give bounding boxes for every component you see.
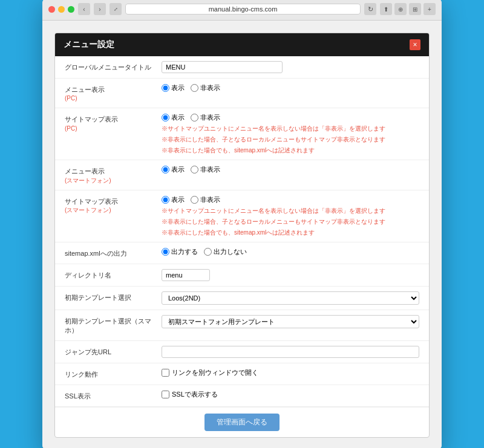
template-sp-label: 初期テンプレート選択（スマホ） bbox=[65, 315, 162, 336]
modal-title: メニュー設定 bbox=[64, 39, 114, 50]
directory-input[interactable] bbox=[162, 269, 210, 281]
menu-display-pc-row: メニュー表示 (PC) 表示 非表示 bbox=[55, 79, 429, 108]
refresh-button[interactable]: ↻ bbox=[364, 3, 376, 15]
global-menu-title-input[interactable] bbox=[162, 61, 283, 73]
ssl-checkbox-label[interactable]: SSLで表示する bbox=[162, 390, 419, 399]
ssl-control: SSLで表示する bbox=[162, 390, 419, 399]
bookmark-icon[interactable]: ⊕ bbox=[394, 3, 407, 15]
modal-footer: 管理画面へ戻る bbox=[55, 407, 429, 437]
directory-label: ディレクトリ名 bbox=[65, 269, 162, 280]
sitemap-display-pc-radio-group: 表示 非表示 bbox=[162, 113, 419, 122]
maximize-button[interactable] bbox=[68, 6, 74, 13]
link-action-label: リンク動作 bbox=[65, 368, 162, 379]
jump-url-control bbox=[162, 346, 419, 358]
menu-display-sp-control: 表示 非表示 bbox=[162, 165, 419, 174]
sitemap-sp-radio-group: 表示 非表示 bbox=[162, 195, 419, 204]
address-bar[interactable]: manual.bingo-cms.com bbox=[125, 4, 361, 15]
back-nav-button[interactable]: ‹ bbox=[78, 3, 90, 15]
modal-header: メニュー設定 × bbox=[55, 33, 429, 56]
template-row: 初期テンプレート選択 Loos(2ND) bbox=[55, 287, 429, 310]
menu-display-pc-hide-label[interactable]: 非表示 bbox=[191, 83, 220, 93]
jump-url-input[interactable] bbox=[162, 346, 419, 358]
jump-url-row: ジャンプ先URL bbox=[55, 341, 429, 363]
tab-icon[interactable]: ⊞ bbox=[409, 3, 421, 15]
menu-sp-show-radio[interactable] bbox=[162, 166, 169, 174]
new-tab-icon[interactable]: + bbox=[424, 3, 436, 15]
ssl-row: SSL表示 SSLで表示する bbox=[55, 385, 429, 407]
link-action-control: リンクを別ウィンドウで開く bbox=[162, 368, 419, 377]
template-label: 初期テンプレート選択 bbox=[65, 291, 162, 302]
refresh-icon: ↻ bbox=[368, 5, 373, 13]
minimize-button[interactable] bbox=[58, 6, 65, 13]
sitemap-sp-hide-radio[interactable] bbox=[191, 196, 198, 204]
forward-nav-button[interactable]: › bbox=[94, 3, 106, 15]
sitemap-xml-output-radio[interactable] bbox=[162, 248, 169, 256]
ssl-label: SSL表示 bbox=[65, 390, 162, 401]
menu-display-pc-label: メニュー表示 (PC) bbox=[65, 83, 162, 103]
sitemap-sp-hide-label[interactable]: 非表示 bbox=[191, 195, 220, 204]
menu-display-pc-hide-radio[interactable] bbox=[191, 84, 198, 92]
close-button[interactable] bbox=[48, 6, 55, 13]
browser-chrome: ‹ › ⤢ manual.bingo-cms.com ↻ ⬆ ⊕ ⊞ + bbox=[42, 0, 442, 21]
menu-display-sp-label: メニュー表示 (スマートフォン) bbox=[65, 165, 162, 184]
menu-sp-hide-radio[interactable] bbox=[191, 166, 198, 174]
sitemap-display-pc-control: 表示 非表示 ※サイトマップユニットにメニュー名を表示しない場合は「非表示」を選… bbox=[162, 113, 419, 155]
sitemap-xml-label: sitemap.xmlへの出力 bbox=[65, 247, 162, 258]
sitemap-xml-nooutput-radio[interactable] bbox=[204, 248, 212, 256]
sitemap-xml-control: 出力する 出力しない bbox=[162, 247, 419, 256]
template-sp-control: 初期スマートフォン用テンプレート bbox=[162, 315, 419, 328]
toolbar-icons: ⬆ ⊕ ⊞ + bbox=[380, 3, 436, 15]
template-sp-select[interactable]: 初期スマートフォン用テンプレート bbox=[162, 315, 419, 328]
sitemap-sp-note2: ※非表示にした場合、子となるローカルメニューもサイトマップ非表示となります bbox=[162, 217, 419, 226]
sitemap-pc-hide-radio[interactable] bbox=[191, 114, 198, 122]
back-button[interactable]: 管理画面へ戻る bbox=[204, 414, 280, 431]
link-action-row: リンク動作 リンクを別ウィンドウで開く bbox=[55, 363, 429, 385]
template-control: Loos(2ND) bbox=[162, 291, 419, 305]
jump-url-label: ジャンプ先URL bbox=[65, 346, 162, 357]
sitemap-sp-note3: ※非表示にした場合でも、sitemap.xmlへは記述されます bbox=[162, 228, 419, 237]
traffic-lights bbox=[48, 6, 74, 13]
sitemap-xml-output-label[interactable]: 出力する bbox=[162, 247, 198, 256]
sitemap-sp-show-label[interactable]: 表示 bbox=[162, 195, 185, 204]
sitemap-xml-row: sitemap.xmlへの出力 出力する 出力しない bbox=[55, 242, 429, 264]
link-action-checkbox[interactable] bbox=[162, 369, 169, 377]
menu-display-pc-show-radio[interactable] bbox=[162, 84, 169, 92]
menu-display-pc-show-label[interactable]: 表示 bbox=[162, 83, 185, 93]
sitemap-pc-note2: ※非表示にした場合、子となるローカルメニューもサイトマップ非表示となります bbox=[162, 135, 419, 144]
form-section: グローバルメニュータイトル メニュー表示 (PC) bbox=[55, 56, 429, 407]
menu-display-pc-control: 表示 非表示 bbox=[162, 83, 419, 93]
directory-control bbox=[162, 269, 419, 281]
sitemap-pc-show-radio[interactable] bbox=[162, 114, 169, 122]
fullscreen-button[interactable]: ⤢ bbox=[110, 3, 122, 15]
menu-sp-show-label[interactable]: 表示 bbox=[162, 165, 185, 174]
global-menu-title-control bbox=[162, 61, 419, 73]
sitemap-display-pc-label: サイトマップ表示 (PC) bbox=[65, 113, 162, 132]
menu-sp-hide-label[interactable]: 非表示 bbox=[191, 165, 220, 174]
link-action-checkbox-label[interactable]: リンクを別ウィンドウで開く bbox=[162, 368, 419, 377]
sitemap-pc-note1: ※サイトマップユニットにメニュー名を表示しない場合は「非表示」を選択します bbox=[162, 124, 419, 133]
modal-body: グローバルメニュータイトル メニュー表示 (PC) bbox=[55, 56, 429, 407]
browser-window: ‹ › ⤢ manual.bingo-cms.com ↻ ⬆ ⊕ ⊞ + メニュ… bbox=[42, 0, 442, 448]
global-menu-title-label: グローバルメニュータイトル bbox=[65, 61, 162, 72]
template-sp-row: 初期テンプレート選択（スマホ） 初期スマートフォン用テンプレート bbox=[55, 310, 429, 341]
sitemap-display-pc-row: サイトマップ表示 (PC) 表示 非表示 bbox=[55, 108, 429, 160]
sitemap-sp-show-radio[interactable] bbox=[162, 196, 169, 204]
menu-display-sp-row: メニュー表示 (スマートフォン) 表示 bbox=[55, 160, 429, 190]
template-select[interactable]: Loos(2ND) bbox=[162, 291, 419, 305]
sitemap-pc-note3: ※非表示にした場合でも、sitemap.xmlへは記述されます bbox=[162, 146, 419, 155]
sitemap-pc-show-label[interactable]: 表示 bbox=[162, 113, 185, 122]
sitemap-pc-hide-label[interactable]: 非表示 bbox=[191, 113, 220, 122]
global-menu-title-row: グローバルメニュータイトル bbox=[55, 56, 429, 79]
menu-display-pc-radio-group: 表示 非表示 bbox=[162, 83, 419, 93]
directory-row: ディレクトリ名 bbox=[55, 264, 429, 287]
sitemap-display-sp-label: サイトマップ表示 (スマートフォン) bbox=[65, 195, 162, 215]
sitemap-display-sp-row: サイトマップ表示 (スマートフォン) 表示 bbox=[55, 190, 429, 242]
share-icon[interactable]: ⬆ bbox=[380, 3, 392, 15]
sitemap-xml-nooutput-label[interactable]: 出力しない bbox=[204, 247, 247, 256]
menu-display-sp-radio-group: 表示 非表示 bbox=[162, 165, 419, 174]
modal-close-button[interactable]: × bbox=[410, 39, 420, 50]
modal-dialog: メニュー設定 × グローバルメニュータイトル メ bbox=[54, 33, 430, 438]
sitemap-sp-note1: ※サイトマップユニットにメニュー名を表示しない場合は「非表示」を選択します bbox=[162, 206, 419, 215]
page-content: メニュー設定 × グローバルメニュータイトル メ bbox=[42, 21, 442, 448]
ssl-checkbox[interactable] bbox=[162, 391, 169, 398]
